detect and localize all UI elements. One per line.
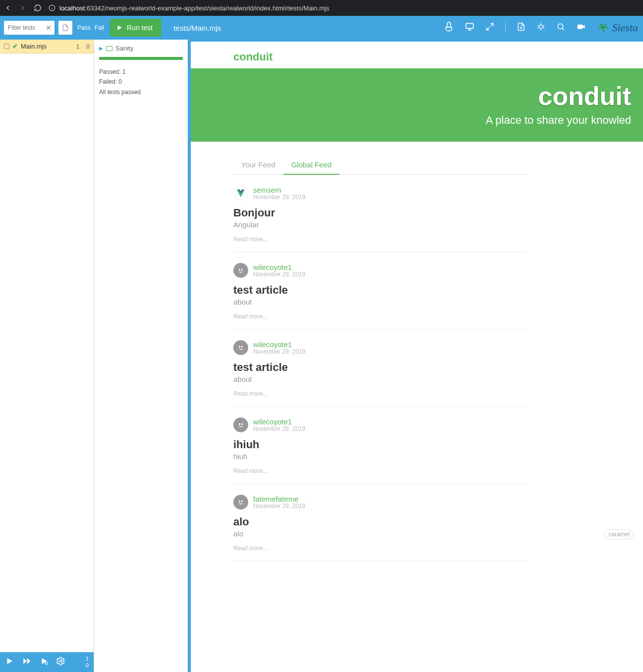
failed-line: Failed: 0 bbox=[99, 77, 183, 87]
article-date: November 29, 2019 bbox=[253, 194, 305, 201]
avatar[interactable] bbox=[233, 417, 248, 432]
avatar[interactable] bbox=[233, 340, 248, 355]
filter-tests-wrap: ✕ bbox=[4, 21, 54, 35]
article-author[interactable]: wilecoyote1 bbox=[253, 341, 305, 348]
fail-filter[interactable]: Fail bbox=[95, 24, 104, 31]
hero-subtitle: A place to share your knowled bbox=[203, 114, 631, 127]
svg-point-21 bbox=[242, 269, 243, 270]
caret-right-icon: ▶ bbox=[99, 46, 103, 51]
cursor-icon[interactable] bbox=[444, 22, 454, 34]
address-bar[interactable]: localhost:63342/neomjs-realworld-example… bbox=[49, 4, 639, 12]
svg-rect-17 bbox=[578, 25, 583, 29]
svg-point-22 bbox=[239, 347, 240, 348]
article-preview[interactable]: fatemefatemeNovember 29, 2019aloaloRead … bbox=[233, 484, 528, 561]
current-test-path: tests/Main.mjs bbox=[173, 24, 221, 32]
article-desc: about bbox=[233, 298, 528, 306]
play-icon[interactable] bbox=[5, 657, 14, 668]
svg-line-13 bbox=[543, 28, 544, 29]
read-more-link[interactable]: Read more... bbox=[233, 467, 528, 474]
document-icon[interactable] bbox=[517, 22, 526, 33]
run-test-button[interactable]: Run test bbox=[110, 19, 161, 37]
check-icon: ✔ bbox=[12, 43, 18, 50]
back-icon[interactable] bbox=[4, 4, 12, 12]
article-desc: alo bbox=[233, 529, 528, 538]
file-icon bbox=[62, 24, 69, 32]
test-tree-panel: ✔ Main.mjs 1 0 1 0 bbox=[0, 40, 94, 672]
article-author[interactable]: fatemefateme bbox=[253, 495, 305, 503]
article-tag[interactable]: caramel bbox=[604, 529, 634, 539]
result-group[interactable]: ▶ Sanity bbox=[99, 44, 183, 57]
article-title: alo bbox=[233, 516, 528, 528]
test-tree-item[interactable]: ✔ Main.mjs 1 0 bbox=[0, 40, 94, 53]
svg-point-20 bbox=[239, 269, 240, 270]
gear-icon[interactable] bbox=[56, 657, 65, 668]
svg-line-11 bbox=[543, 25, 544, 26]
tab-your-feed[interactable]: Your Feed bbox=[233, 156, 283, 174]
file-filter-button[interactable] bbox=[58, 21, 72, 35]
clear-filter-icon[interactable]: ✕ bbox=[46, 24, 52, 32]
expand-icon[interactable] bbox=[485, 22, 494, 33]
article-preview[interactable]: wilecoyote1November 29, 2019test article… bbox=[233, 252, 528, 329]
runner-counts: 1 0 bbox=[86, 656, 89, 669]
article-preview[interactable]: wilecoyote1November 29, 2019test article… bbox=[233, 329, 528, 407]
url-host: localhost bbox=[59, 4, 85, 12]
read-more-link[interactable]: Read more... bbox=[233, 390, 528, 397]
summary-line: All tests passed bbox=[99, 87, 183, 97]
article-desc: about bbox=[233, 375, 528, 383]
siesta-toolbar: ✕ Pass Fail Run test tests/Main.mjs Sies… bbox=[0, 16, 643, 40]
reload-icon[interactable] bbox=[34, 4, 42, 12]
article-date: November 29, 2019 bbox=[253, 348, 305, 355]
svg-point-26 bbox=[239, 501, 240, 502]
fast-forward-icon[interactable] bbox=[22, 657, 32, 668]
hero-title: conduit bbox=[203, 81, 631, 111]
svg-rect-3 bbox=[466, 23, 474, 28]
progress-bar bbox=[99, 57, 183, 60]
article-author[interactable]: wilecoyote1 bbox=[253, 263, 305, 271]
test-file-name: Main.mjs bbox=[21, 43, 47, 50]
bug-icon[interactable] bbox=[536, 22, 545, 33]
article-title: test article bbox=[233, 284, 528, 297]
run-test-label: Run test bbox=[127, 24, 153, 32]
app-preview: conduit conduit A place to share your kn… bbox=[191, 40, 643, 672]
video-icon[interactable] bbox=[576, 22, 586, 33]
read-more-link[interactable]: Read more... bbox=[233, 545, 528, 552]
article-author[interactable]: semsem bbox=[253, 186, 305, 194]
svg-point-8 bbox=[539, 25, 543, 29]
avatar[interactable] bbox=[233, 186, 248, 201]
url-path: :63342/neomjs-realworld-example-app/test… bbox=[85, 4, 329, 12]
avatar[interactable] bbox=[233, 495, 248, 510]
article-title: Bonjour bbox=[233, 207, 528, 219]
tab-global-feed[interactable]: Global Feed bbox=[283, 156, 340, 175]
article-date: November 29, 2019 bbox=[253, 425, 305, 432]
svg-point-19 bbox=[60, 660, 62, 663]
brand-link[interactable]: conduit bbox=[233, 51, 272, 63]
result-group-label: Sanity bbox=[115, 45, 133, 52]
toolbar-divider bbox=[505, 22, 506, 33]
passed-line: Passed: 1 bbox=[99, 67, 183, 77]
browser-chrome: localhost:63342/neomjs-realworld-example… bbox=[0, 0, 643, 16]
article-preview[interactable]: semsemNovember 29, 2019BonjourAngularRea… bbox=[233, 175, 528, 252]
read-more-link[interactable]: Read more... bbox=[233, 236, 528, 243]
folder-icon bbox=[106, 46, 112, 51]
svg-point-15 bbox=[558, 24, 563, 29]
avatar[interactable] bbox=[233, 263, 248, 278]
palm-icon bbox=[597, 20, 610, 36]
read-more-link[interactable]: Read more... bbox=[233, 313, 528, 320]
forward-icon[interactable] bbox=[19, 4, 27, 12]
checkbox-icon[interactable] bbox=[4, 44, 9, 49]
svg-line-10 bbox=[538, 25, 539, 26]
svg-point-25 bbox=[242, 424, 243, 425]
svg-line-16 bbox=[562, 28, 564, 30]
siesta-logo-text: Siesta bbox=[612, 21, 638, 34]
filter-input[interactable] bbox=[8, 24, 43, 31]
svg-line-12 bbox=[538, 28, 539, 29]
article-preview[interactable]: wilecoyote1November 29, 2019ihiuhhiuhRea… bbox=[233, 407, 528, 484]
article-author[interactable]: wilecoyote1 bbox=[253, 418, 305, 425]
article-desc: Angular bbox=[233, 220, 528, 229]
monitor-icon[interactable] bbox=[465, 22, 475, 34]
pass-filter[interactable]: Pass bbox=[77, 24, 91, 31]
play-all-icon[interactable] bbox=[40, 657, 49, 668]
svg-point-27 bbox=[242, 501, 243, 502]
search-icon[interactable] bbox=[556, 22, 565, 33]
feed-tabs: Your Feed Global Feed bbox=[233, 156, 528, 175]
